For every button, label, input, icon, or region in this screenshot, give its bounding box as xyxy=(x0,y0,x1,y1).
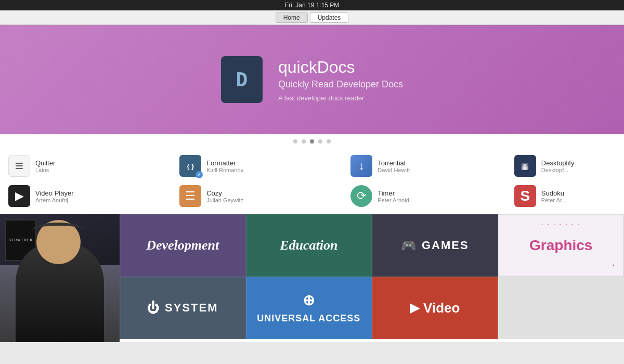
categories-row-2: ⏻ System ⊕ UNIVERSAL ACCESS ▶ Video xyxy=(120,277,624,339)
graphics-label: Graphics xyxy=(529,237,592,254)
system-icon: ⏻ xyxy=(147,301,161,315)
app-item-desktop[interactable]: ▦ Desktoplify Desktopf... xyxy=(506,153,624,179)
universal-access-icon: ⊕ xyxy=(303,292,315,309)
dot-4[interactable] xyxy=(318,139,322,144)
category-education[interactable]: Education xyxy=(246,214,372,277)
apps-row-2: ▶ Video Player Artem Anufrij ☰ Cozy Juli… xyxy=(0,181,624,211)
cozy-info: Cozy Julian Geywitz xyxy=(206,189,243,203)
desktop-icon: ▦ xyxy=(514,155,536,177)
torrential-info: Torrential David Hewitt xyxy=(378,159,410,173)
torrential-name: Torrential xyxy=(378,159,410,167)
quilter-author: Lains xyxy=(35,167,55,173)
cozy-author: Julian Geywitz xyxy=(206,197,243,203)
video-player-name: Video Player xyxy=(35,189,73,197)
categories-grid: Development Education 🎮 GAMES Graphics ⏻… xyxy=(120,214,624,342)
dot-1[interactable] xyxy=(293,139,297,144)
category-system[interactable]: ⏻ System xyxy=(120,277,246,339)
categories-section: STR★TREK Development Education xyxy=(0,214,624,342)
formatter-icon: { } ✓ xyxy=(179,155,201,177)
hero-app-tagline: Quickly Read Developer Docs xyxy=(278,79,403,90)
hero-banner: D quickDocs Quickly Read Developer Docs … xyxy=(0,25,624,134)
torrential-icon: ↓ xyxy=(350,155,372,177)
app-item-sudoku[interactable]: S Sudoku Peter Ar... xyxy=(506,183,624,209)
formatter-info: Formatter Kirill Romanov xyxy=(206,159,243,173)
person-silhouette xyxy=(0,214,120,342)
sudoku-author: Peter Ar... xyxy=(541,197,566,203)
timer-name: Timer xyxy=(378,189,409,197)
category-empty xyxy=(498,277,625,339)
timer-icon: ⟳ xyxy=(350,185,372,207)
category-games[interactable]: 🎮 GAMES xyxy=(372,214,498,277)
video-player-icon: ▶ xyxy=(8,185,30,207)
formatter-author: Kirill Romanov xyxy=(206,167,243,173)
app-item-formatter[interactable]: { } ✓ Formatter Kirill Romanov xyxy=(171,153,289,179)
games-label: GAMES xyxy=(422,239,469,252)
quilter-name: Quilter xyxy=(35,159,55,167)
category-graphics[interactable]: Graphics xyxy=(498,214,625,277)
games-icon: 🎮 xyxy=(401,238,418,253)
menubar: Home Updates xyxy=(0,10,624,25)
education-label: Education xyxy=(280,238,337,253)
hero-text: quickDocs Quickly Read Developer Docs A … xyxy=(278,58,403,102)
formatter-badge: ✓ xyxy=(196,171,203,178)
app-item-quilter[interactable]: ≡ Quilter Lains xyxy=(0,153,118,179)
hero-app-icon: D xyxy=(221,56,263,103)
desktop-info: Desktoplify Desktopf... xyxy=(541,159,575,173)
headphones-shape xyxy=(32,223,84,238)
system-label: System xyxy=(165,301,218,315)
category-development[interactable]: Development xyxy=(120,214,246,277)
app-item-cozy[interactable]: ☰ Cozy Julian Geywitz xyxy=(171,183,289,209)
topbar: Fri, Jan 19 1:15 PM xyxy=(0,0,624,10)
video-player-author: Artem Anufrij xyxy=(35,197,73,203)
cozy-name: Cozy xyxy=(206,189,243,197)
webcam-feed: STR★TREK xyxy=(0,214,120,342)
category-universal-access[interactable]: ⊕ UNIVERSAL ACCESS xyxy=(246,277,372,339)
desktop-author: Desktopf... xyxy=(541,167,575,173)
categories-row-1: Development Education 🎮 GAMES Graphics xyxy=(120,214,624,277)
quilter-icon: ≡ xyxy=(8,155,30,177)
sudoku-name: Sudoku xyxy=(541,189,566,197)
datetime-label: Fri, Jan 19 1:15 PM xyxy=(285,2,340,9)
torrential-author: David Hewitt xyxy=(378,167,410,173)
apps-row-1: ≡ Quilter Lains { } ✓ Formatter Kirill R… xyxy=(0,151,624,181)
development-label: Development xyxy=(146,238,219,253)
app-item-torrential[interactable]: ↓ Torrential David Hewitt xyxy=(342,153,460,179)
home-button[interactable]: Home xyxy=(276,12,308,23)
video-label: Video xyxy=(423,300,460,316)
updates-button[interactable]: Updates xyxy=(310,12,349,23)
sudoku-info: Sudoku Peter Ar... xyxy=(541,189,566,203)
sudoku-icon: S xyxy=(514,185,536,207)
apps-section: ≡ Quilter Lains { } ✓ Formatter Kirill R… xyxy=(0,148,624,214)
dot-2[interactable] xyxy=(302,139,306,144)
timer-author: Peter Arnold xyxy=(378,197,409,203)
category-video[interactable]: ▶ Video xyxy=(372,277,498,339)
dot-5[interactable] xyxy=(327,139,331,144)
dot-3[interactable] xyxy=(310,139,314,144)
universal-access-label: UNIVERSAL ACCESS xyxy=(257,313,360,324)
hero-app-description: A fast developer docs reader xyxy=(278,94,403,102)
formatter-name: Formatter xyxy=(206,159,243,167)
webcam-panel: STR★TREK xyxy=(0,214,120,342)
hero-app-name: quickDocs xyxy=(278,58,403,77)
desktop-name: Desktoplify xyxy=(541,159,575,167)
video-player-info: Video Player Artem Anufrij xyxy=(35,189,73,203)
app-item-timer[interactable]: ⟳ Timer Peter Arnold xyxy=(342,183,460,209)
cozy-icon: ☰ xyxy=(179,185,201,207)
quilter-info: Quilter Lains xyxy=(35,159,55,173)
carousel-dots xyxy=(0,134,624,148)
timer-info: Timer Peter Arnold xyxy=(378,189,409,203)
app-item-video-player[interactable]: ▶ Video Player Artem Anufrij xyxy=(0,183,118,209)
video-icon: ▶ xyxy=(410,301,419,315)
